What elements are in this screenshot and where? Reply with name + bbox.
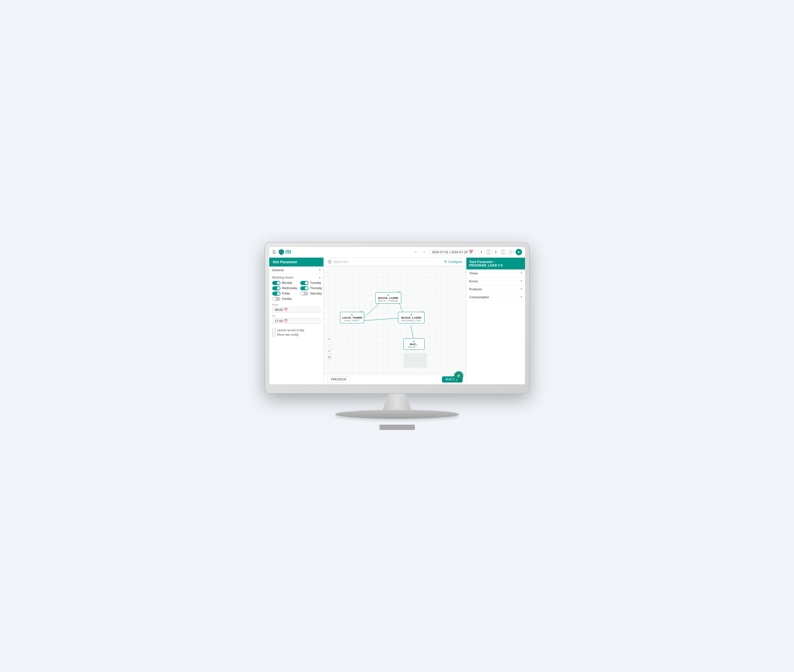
day-toggle-thursday[interactable]: Thursday xyxy=(300,286,322,290)
raw-config-checkbox[interactable] xyxy=(272,333,276,336)
nav-forward-button[interactable]: → xyxy=(420,249,427,255)
logo: ISI xyxy=(278,249,291,255)
general-chevron-icon: ▾ xyxy=(319,268,321,272)
task-parameter-header: Task Parameter : PROGRAM_LOAD # 8 xyxy=(467,258,525,269)
to-time-field: To 17:00 ⏰ xyxy=(272,315,321,324)
products-chevron-icon: ▾ xyxy=(521,287,522,291)
right-section-products: Products ▾ xyxy=(467,285,525,293)
products-row[interactable]: Products ▾ xyxy=(467,285,525,293)
saturday-toggle[interactable] xyxy=(300,291,308,296)
mazak1-node-sub: PALLET_CHANGE xyxy=(377,299,399,302)
raw-config-checkbox-row[interactable]: Show raw config xyxy=(272,333,321,336)
heart-icon[interactable]: ♥ xyxy=(516,249,522,255)
monitor-wrapper: ☰ ISI ← → 2024-07-01 | 2024-07-20 � xyxy=(265,242,530,430)
date-range-display[interactable]: 2024-07-01 | 2024-07-20 📅 xyxy=(429,249,476,255)
info-icon[interactable]: ℹ xyxy=(478,249,484,255)
tuesday-toggle[interactable] xyxy=(300,281,308,285)
monday-toggle[interactable] xyxy=(272,281,281,285)
select-line-help-icon: ? xyxy=(327,259,332,264)
logo-shield-icon xyxy=(278,249,284,255)
day-toggle-sunday[interactable]: Sunday xyxy=(272,297,298,301)
from-time-input[interactable]: 08:00 ⏰ xyxy=(272,307,321,313)
blurred-node xyxy=(403,353,427,368)
day-toggle-tuesday[interactable]: Tuesday xyxy=(300,281,322,285)
clock-history-icon[interactable]: 🕐 xyxy=(507,249,514,255)
zoom-reset-button[interactable]: ◎ xyxy=(327,354,332,360)
times-chevron-icon: ▾ xyxy=(521,272,522,275)
zoom-in-button[interactable]: + xyxy=(327,337,332,342)
working-hours-title: Working Hours ▴ xyxy=(272,276,321,279)
mazak2-node-num: #2 xyxy=(421,310,423,313)
flow-node-maz-partial[interactable]: ▲ MAZ... PALLET_... xyxy=(403,338,425,350)
flow-node-mazak-pallet-change[interactable]: #0 ▲ MAZAK_LASER PALLET_CHANGE xyxy=(375,292,401,304)
errors-row[interactable]: Errors ▾ xyxy=(467,277,525,285)
zoom-out-button[interactable]: − xyxy=(327,342,332,348)
launch-checkbox[interactable] xyxy=(272,329,276,332)
thursday-label: Thursday xyxy=(310,286,322,290)
general-label: General xyxy=(272,268,284,272)
main-layout: Sim Parameter General ▾ Working Hours ▴ xyxy=(269,258,525,384)
times-row[interactable]: Times ▾ xyxy=(467,269,525,277)
thursday-toggle[interactable] xyxy=(300,286,308,290)
info-icon-2[interactable]: ℹ xyxy=(492,249,499,255)
friday-label: Friday xyxy=(282,292,290,295)
friday-toggle[interactable] xyxy=(272,291,281,296)
fab-button[interactable]: ⚡ xyxy=(454,371,463,380)
sunday-toggle[interactable] xyxy=(272,297,281,301)
configure-button[interactable]: ⚙ Configure xyxy=(444,260,462,264)
wednesday-label: Wednesday xyxy=(282,286,298,290)
wednesday-toggle[interactable] xyxy=(272,286,281,290)
day-toggle-friday[interactable]: Friday xyxy=(272,291,298,296)
flow-node-mazak-program-load[interactable]: #2 ▲ MAZAK_LASER PROGRAM_LOAD xyxy=(398,312,425,323)
bottom-toolbar: PREVIOUS RUN IT ▶ xyxy=(324,374,466,384)
consumption-row[interactable]: Comsumption ▾ xyxy=(467,293,525,301)
zoom-fit-button[interactable]: ⤢ xyxy=(327,348,332,354)
day-toggle-monday[interactable]: Monday xyxy=(272,281,298,285)
nav-arrows: ← → xyxy=(413,249,427,255)
raw-config-label: Show raw config xyxy=(277,333,298,336)
consumption-label: Comsumption xyxy=(469,295,489,299)
stat-badge-2: N/A N/A xyxy=(501,249,505,255)
general-section-row[interactable]: General ▾ xyxy=(269,267,324,274)
canvas-grid: #15 ▲ LUCAS_TOWER LOAD_SHEET #0 ▲ MAZAK_… xyxy=(324,266,466,374)
days-grid: Monday Tuesday Wednesday xyxy=(272,281,321,301)
svg-line-1 xyxy=(364,302,381,318)
right-section-consumption: Comsumption ▾ xyxy=(467,293,525,301)
previous-button[interactable]: PREVIOUS xyxy=(327,376,350,382)
to-time-input[interactable]: 17:00 ⏰ xyxy=(272,318,321,324)
logo-text-label: ISI xyxy=(286,250,291,255)
day-toggle-saturday[interactable]: Saturday xyxy=(300,291,322,296)
mazak1-person-icon: ▲ xyxy=(377,294,399,296)
nav-back-button[interactable]: ← xyxy=(413,249,419,255)
configure-label: Configure xyxy=(448,260,462,264)
svg-line-2 xyxy=(364,318,403,321)
to-clock-icon: ⏰ xyxy=(284,319,287,322)
day-toggle-wednesday[interactable]: Wednesday xyxy=(272,286,298,290)
stand-base xyxy=(335,410,459,419)
launch-checkbox-row[interactable]: Launch at end of day xyxy=(272,329,321,332)
from-time-field: From 08:00 ⏰ xyxy=(272,303,321,313)
top-bar-icons: ℹ N/A N/A ℹ N/A N/A 🕐 ♥ xyxy=(478,249,522,255)
gray-bar xyxy=(380,425,415,430)
from-time-value: 08:00 xyxy=(275,308,283,312)
lucas-node-sub: LOAD_SHEET xyxy=(342,319,362,322)
lucas-node-num: #15 xyxy=(359,310,363,313)
lucas-node-name: LUCAS_TOWER xyxy=(342,316,362,319)
flow-node-lucas-tower[interactable]: #15 ▲ LUCAS_TOWER LOAD_SHEET xyxy=(340,312,364,323)
select-line-text: Select line xyxy=(334,260,348,264)
calendar-icon: 📅 xyxy=(469,250,473,254)
mazak1-node-num: #0 xyxy=(398,291,400,293)
right-section-times: Times ▾ xyxy=(467,269,525,277)
working-hours-section: Working Hours ▴ Monday Tuesday xyxy=(269,274,324,328)
wh-chevron-icon: ▴ xyxy=(319,276,321,279)
products-label: Products xyxy=(469,287,482,291)
stat2-label: N/A xyxy=(501,249,505,252)
mazak2-node-name: MAZAK_LASER xyxy=(400,316,422,319)
date-range-text: 2024-07-01 | 2024-07-20 xyxy=(432,250,468,254)
hamburger-icon[interactable]: ☰ xyxy=(272,250,276,254)
stat1-sub: N/A xyxy=(486,252,491,255)
configure-icon: ⚙ xyxy=(444,260,447,264)
select-line-area[interactable]: ? Select line xyxy=(327,259,348,264)
saturday-label: Saturday xyxy=(310,292,322,295)
monday-label: Monday xyxy=(282,281,293,285)
